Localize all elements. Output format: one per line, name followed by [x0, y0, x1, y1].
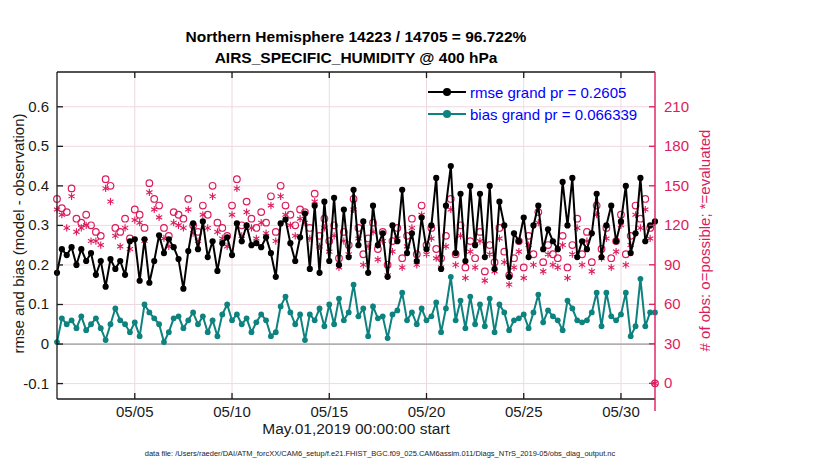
bias-marker [59, 315, 65, 321]
rmse-marker [632, 230, 638, 236]
bias-marker [112, 306, 118, 312]
rmse-marker [180, 286, 186, 292]
bias-marker [190, 310, 196, 316]
bias-marker [103, 337, 109, 343]
rmse-marker [166, 236, 172, 242]
rmse-marker [103, 284, 109, 290]
rmse-marker [409, 230, 415, 236]
rmse-marker [253, 240, 259, 246]
rmse-marker [472, 242, 478, 248]
rmse-marker [501, 222, 507, 228]
evaluated-obs-marker [589, 268, 595, 275]
possible-obs-marker [409, 215, 416, 222]
rmse-marker [511, 230, 517, 236]
bias-marker [287, 310, 293, 316]
bias-marker [390, 311, 396, 317]
rmse-marker [623, 183, 629, 189]
rmse-marker [175, 256, 181, 262]
rmse-marker [555, 246, 561, 252]
rmse-marker [98, 258, 104, 264]
bias-marker [69, 317, 75, 323]
rmse-marker [287, 240, 293, 246]
possible-obs-marker [248, 215, 255, 222]
rmse-marker [477, 191, 483, 197]
bias-marker [540, 319, 546, 325]
y-tick-label-left: 0.4 [28, 177, 49, 194]
rmse-marker [83, 258, 89, 264]
bias-marker [283, 294, 289, 300]
bias-marker [83, 327, 89, 333]
rmse-marker [438, 266, 444, 272]
rmse-marker [278, 220, 284, 226]
rmse-marker [234, 220, 240, 226]
bias-marker [516, 315, 522, 321]
y-tick-label-left: 0.2 [28, 256, 49, 273]
bias-marker [487, 296, 493, 302]
rmse-marker [146, 280, 152, 286]
evaluated-obs-marker [146, 189, 152, 196]
evaluated-obs-marker [185, 206, 191, 213]
bias-marker [370, 304, 376, 310]
y-tick-label-right: 60 [664, 295, 681, 312]
possible-obs-marker [433, 246, 440, 253]
y-tick-label-right: 0 [664, 374, 672, 391]
rmse-marker [346, 254, 352, 260]
bias-marker [497, 302, 503, 308]
rmse-marker [569, 175, 575, 181]
rmse-marker [521, 214, 527, 220]
evaluated-obs-marker [516, 248, 522, 255]
bias-marker [589, 310, 595, 316]
x-tick-label: 05/15 [310, 403, 348, 420]
rmse-marker [156, 232, 162, 238]
y-tick-label-left: 0.3 [28, 216, 49, 233]
rmse-marker [613, 238, 619, 244]
rmse-marker [598, 254, 604, 260]
rmse-marker [224, 234, 230, 240]
rmse-marker [239, 238, 245, 244]
bias-marker [161, 339, 167, 345]
y-tick-label-right: 210 [664, 98, 689, 115]
rmse-marker [112, 266, 118, 272]
possible-obs-marker [482, 268, 489, 275]
bias-marker [258, 311, 264, 317]
bias-marker [297, 311, 303, 317]
bias-marker [210, 317, 216, 323]
evaluated-obs-marker [68, 193, 74, 200]
bias-marker [458, 298, 464, 304]
bias-marker [200, 313, 206, 319]
bias-marker [560, 327, 566, 333]
possible-obs-marker [204, 211, 211, 218]
rmse-marker [282, 216, 288, 222]
evaluated-obs-marker [613, 248, 619, 255]
bias-marker [166, 329, 172, 335]
possible-obs-marker [185, 196, 192, 203]
rmse-marker [404, 250, 410, 256]
bias-marker [360, 306, 366, 312]
rmse-marker [205, 254, 211, 260]
rmse-marker [214, 268, 220, 274]
bias-marker [302, 337, 308, 343]
rmse-marker [550, 238, 556, 244]
rmse-marker [171, 244, 177, 250]
bias-marker [151, 315, 157, 321]
possible-obs-marker [554, 255, 561, 262]
bias-marker [472, 321, 478, 327]
y-tick-label-left: 0 [41, 335, 49, 352]
rmse-marker [385, 274, 391, 280]
bias-marker [88, 321, 94, 327]
possible-obs-marker [272, 229, 279, 236]
possible-obs-marker [486, 242, 493, 249]
possible-obs-marker [569, 242, 576, 249]
y-tick-label-left: 0.6 [28, 98, 49, 115]
bias-marker [132, 319, 138, 325]
evaluated-obs-marker [209, 193, 215, 200]
possible-obs-marker [282, 202, 289, 209]
possible-obs-marker [136, 211, 143, 218]
rmse-marker [292, 258, 298, 264]
possible-obs-marker [234, 176, 241, 183]
evaluated-obs-marker [477, 237, 483, 244]
possible-obs-marker [151, 196, 158, 203]
rmse-marker [219, 240, 225, 246]
data-file-caption: data file: /Users/raeder/DAI/ATM_forcXX/… [0, 449, 760, 458]
rmse-marker [370, 203, 376, 209]
